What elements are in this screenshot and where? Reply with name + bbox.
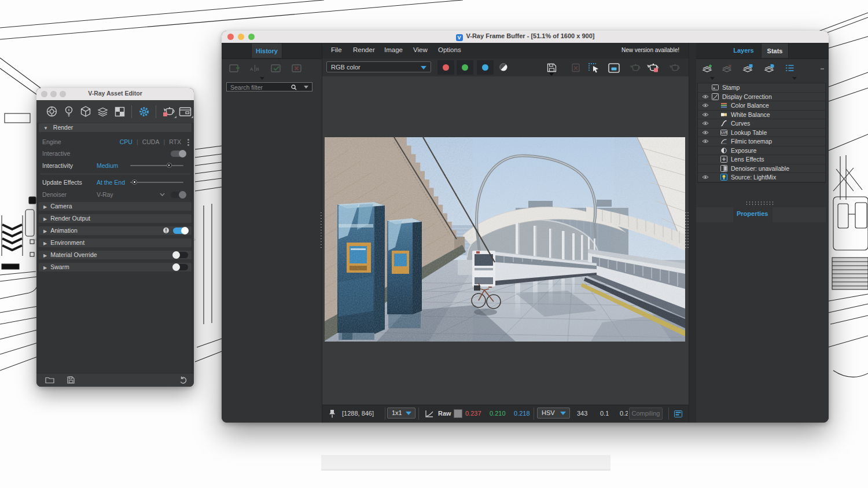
stats-panel-icon[interactable] (674, 410, 682, 417)
menu-options[interactable]: Options (438, 46, 461, 53)
interactivity-slider[interactable] (130, 165, 183, 166)
channel-dropdown[interactable]: RGB color (326, 61, 431, 72)
layer-row[interactable]: Filmic tonemap (698, 137, 825, 146)
add-to-history-icon[interactable] (229, 64, 240, 73)
visibility-eye-icon[interactable] (702, 121, 709, 126)
menu-view[interactable]: View (413, 46, 428, 53)
save-to-history-icon[interactable] (271, 64, 282, 73)
ab-compare-icon[interactable]: AB (250, 64, 260, 73)
layer-row[interactable]: LUTLookup Table (698, 129, 825, 138)
value-v: 0.2 (620, 410, 628, 417)
red-channel[interactable] (437, 60, 454, 75)
render-section-header[interactable]: ▼ Render (39, 123, 192, 132)
search-filter-dropdown-icon[interactable] (304, 86, 308, 89)
image-canvas[interactable] (322, 76, 689, 405)
save-layers-icon[interactable] (764, 64, 775, 73)
layer-row[interactable]: Source: LightMix (698, 173, 825, 182)
visibility-eye-icon[interactable] (702, 139, 709, 144)
open-folder-icon[interactable] (45, 377, 54, 384)
materials-icon[interactable] (43, 105, 60, 118)
lights-icon[interactable] (60, 105, 77, 118)
settings-gear-icon[interactable] (135, 105, 152, 118)
denoiser-toggle[interactable] (171, 192, 186, 198)
stop-render-icon[interactable] (646, 63, 659, 73)
alpha-channel[interactable] (499, 63, 507, 71)
stamp-layer-icon (712, 84, 719, 91)
menu-render[interactable]: Render (353, 46, 375, 53)
engine-option-cuda[interactable]: CUDA (142, 137, 160, 146)
show-corrections-icon[interactable] (608, 63, 620, 73)
engine-option-cpu[interactable]: CPU (120, 137, 133, 146)
panel-flyout-left-icon[interactable]: ‹ (35, 236, 36, 243)
visibility-eye-icon[interactable] (702, 94, 709, 99)
menu-file[interactable]: File (331, 46, 342, 53)
expand-caret-icon: ▶ (43, 263, 47, 272)
frame-buffer-icon[interactable] (177, 105, 194, 118)
update-effects-label: Update Effects (42, 179, 82, 186)
layer-row[interactable]: Stamp (698, 83, 825, 93)
region-render-icon[interactable] (587, 63, 600, 73)
blue-channel[interactable] (477, 60, 494, 75)
layer-row[interactable]: White Balance (698, 111, 825, 120)
layer-row[interactable]: Color Balance (698, 101, 825, 111)
menu-image[interactable]: Image (384, 46, 403, 53)
green-channel[interactable] (457, 60, 473, 75)
save-icon[interactable] (67, 376, 75, 384)
section-material-override[interactable]: ▶Material Override (39, 251, 192, 259)
section-camera[interactable]: ▶Camera (39, 202, 192, 211)
engine-option-rtx[interactable]: RTX (169, 137, 181, 146)
section-render-output[interactable]: ▶Render Output (39, 214, 192, 223)
visibility-eye-icon[interactable] (702, 103, 709, 108)
section-swarm[interactable]: ▶Swarm (39, 263, 192, 271)
zoom-select[interactable]: 1x1 (387, 408, 415, 419)
load-layers-icon[interactable] (742, 64, 753, 73)
render-teapot-icon[interactable] (160, 105, 176, 118)
textures-icon[interactable] (111, 105, 128, 118)
undo-icon[interactable] (179, 376, 187, 384)
update-notice[interactable]: New version available! (621, 47, 679, 53)
colorspace-select[interactable]: HSV (537, 408, 570, 419)
right-splitter-handle[interactable] (685, 211, 689, 249)
menu-bar: New version available! FileRenderImageVi… (322, 43, 689, 59)
engine-menu-icon[interactable] (187, 139, 189, 147)
layer-row[interactable]: Display Correction (698, 93, 825, 102)
section-toggle[interactable] (173, 252, 188, 258)
section-toggle[interactable] (173, 228, 188, 234)
visibility-eye-icon[interactable] (702, 175, 709, 179)
update-effects-slider[interactable] (130, 182, 183, 183)
section-toggle[interactable] (173, 264, 188, 270)
panel-flyout-right-icon[interactable]: › (194, 236, 196, 243)
layer-list-icon[interactable] (785, 64, 795, 72)
save-image-icon[interactable] (545, 63, 558, 73)
display-correction-toggle-icon[interactable] (425, 410, 433, 417)
properties-splitter-handle[interactable] (745, 201, 775, 205)
tab-properties[interactable]: Properties (737, 210, 768, 217)
layer-row[interactable]: Curves (698, 119, 825, 129)
layer-row[interactable]: Exposure (698, 146, 825, 156)
delete-layer-icon[interactable] (722, 64, 733, 73)
interactive-toggle[interactable] (171, 151, 186, 157)
visibility-eye-icon[interactable] (702, 130, 709, 135)
tab-stats[interactable]: Stats (761, 43, 789, 58)
remove-from-history-icon[interactable] (292, 64, 303, 73)
layers-stack-icon[interactable] (94, 105, 111, 118)
expand-caret-icon: ▶ (43, 227, 47, 236)
render-last-icon[interactable] (629, 63, 642, 73)
layer-row[interactable]: Denoiser: unavailable (698, 164, 825, 174)
clear-image-icon[interactable] (569, 63, 582, 73)
section-environment[interactable]: ▶Environment (39, 239, 192, 247)
visibility-eye-icon[interactable] (702, 112, 709, 117)
pixel-probe-icon[interactable] (329, 409, 336, 418)
panel-collapse-dash[interactable] (821, 68, 824, 69)
geometry-icon[interactable] (78, 105, 94, 118)
search-input[interactable] (229, 83, 289, 92)
add-layer-icon[interactable] (702, 64, 713, 73)
tab-layers[interactable]: Layers (726, 43, 761, 58)
layer-row[interactable]: Lens Effects (698, 155, 825, 164)
section-animation[interactable]: ▶Animation (39, 226, 192, 235)
value-h: 343 (577, 410, 587, 417)
interactive-render-icon[interactable] (668, 63, 681, 73)
frame-buffer-window: VV-Ray Frame Buffer - [51.1% of 1600 x 9… (222, 31, 829, 423)
chevron-down-icon[interactable] (160, 193, 165, 196)
tab-history[interactable]: History (251, 43, 282, 58)
